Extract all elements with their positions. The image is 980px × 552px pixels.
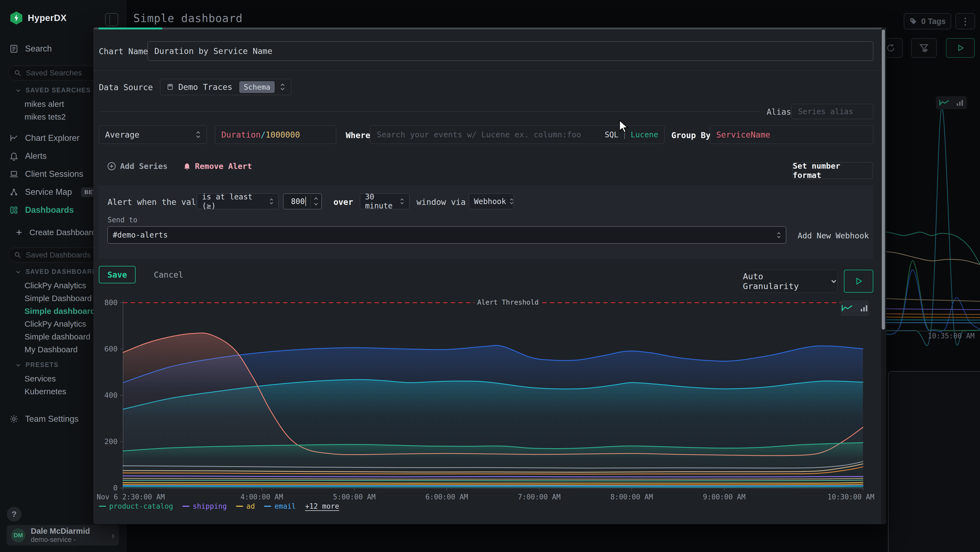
cancel-button[interactable]: Cancel [154,266,183,283]
list-item[interactable]: Simple Dashboard [24,292,95,305]
svg-text:9:00:00 AM: 9:00:00 AM [703,493,746,501]
alias-label: Alias [767,107,791,116]
filter-button[interactable] [911,38,937,58]
group-by-field[interactable]: ServiceName [710,125,873,144]
background-chart-type-toggle[interactable] [936,96,967,109]
list-item[interactable]: ClickPy Analytics [24,279,95,292]
sidebar-item-alerts[interactable]: Alerts [9,148,46,164]
bar-chart-icon [860,304,869,313]
svg-text:200: 200 [104,437,118,446]
sidebar-item-dashboards[interactable]: Dashboards [9,203,74,218]
list-item[interactable]: Simple dashboard [24,305,95,317]
mouse-cursor [619,120,629,134]
add-series-button[interactable]: Add Series [107,161,168,171]
svg-text:10:30:00 AM: 10:30:00 AM [827,493,874,501]
number-spinner[interactable] [310,194,321,209]
chart-name-label: Chart Name [99,46,148,56]
svg-text:Nov 6 2:30:00 AM: Nov 6 2:30:00 AM [97,493,165,501]
chevron-down-icon [15,269,21,275]
chart-name-input[interactable] [154,46,867,56]
play-icon [854,277,863,286]
user-name: Dale McDiarmid [31,527,90,536]
chart-type-toggle[interactable] [841,300,869,316]
alert-condition-select[interactable]: is at least (≥) [197,193,279,209]
where-search-input[interactable] [376,130,600,139]
scrollbar-thumb[interactable] [882,29,885,330]
list-item[interactable]: Kubernetes [24,385,66,398]
progress-bar [93,27,886,29]
tags-button[interactable]: 0 Tags [904,13,951,29]
aggregation-select[interactable]: Average [99,125,207,144]
help-button[interactable]: ? [7,507,22,522]
select-chevrons-icon [509,198,514,205]
list-item[interactable]: Simple dashboard [24,330,95,343]
remove-alert-button[interactable]: Remove Alert [183,161,252,171]
granularity-select[interactable]: Auto Granularity [743,270,838,293]
bell-icon [183,162,191,170]
add-new-webhook-button[interactable]: Add New Webhook [798,231,869,240]
alert-window-select[interactable]: 30 minute [360,193,409,209]
legend-item[interactable]: ad [236,502,255,510]
sql-toggle[interactable]: SQL [605,130,619,139]
saved-dashboards-header[interactable]: SAVED DASHBOARDS [15,268,102,276]
legend-item[interactable]: +12 more [305,502,339,510]
user-card[interactable]: DM Dale McDiarmid demo-service - › [7,525,119,546]
legend-item[interactable]: email [264,502,296,510]
run-chart-button[interactable] [844,270,873,293]
list-item[interactable]: My Dashboard [24,343,95,356]
list-item[interactable]: mikes tets2 [24,110,66,123]
alias-input[interactable] [798,107,867,116]
save-button[interactable]: Save [99,266,135,283]
data-source-label: Data Source [99,83,153,92]
user-subtitle: demo-service - [31,536,90,544]
legend-item[interactable]: product-catalog [99,502,173,510]
chevron-down-icon [830,278,837,285]
search-icon [14,69,22,77]
presets-header[interactable]: PRESETS [15,361,59,369]
data-source-select[interactable]: Demo Traces Schema [160,79,291,95]
brand[interactable]: HyperDX [10,11,67,24]
svg-text:6:00:00 AM: 6:00:00 AM [425,493,468,501]
alert-channel-select[interactable]: Webhook [469,193,514,209]
more-menu-button[interactable]: ⋮ [956,13,975,29]
select-chevrons-icon [196,131,200,139]
modal-scrollbar[interactable] [881,27,886,524]
legend-item[interactable]: shipping [182,502,227,510]
play-icon [956,44,964,52]
line-chart-icon [939,99,950,107]
tag-icon [909,17,917,26]
list-item[interactable]: mikes alert [24,97,66,110]
svg-text:8:00:00 AM: 8:00:00 AM [610,493,653,501]
send-to-select[interactable]: #demo-alerts [108,227,786,244]
list-item[interactable]: ClickPy Analytics [24,317,95,330]
collapse-sidebar-icon[interactable] [105,13,118,26]
alert-threshold-input[interactable]: 800 [283,193,322,209]
search-icon [14,251,22,259]
alias-field[interactable] [791,104,873,119]
sidebar-item-label: Search [25,44,52,54]
refresh-icon [886,43,895,53]
sidebar-item-team-settings[interactable]: Team Settings [9,412,78,427]
sidebar-item-service-map[interactable]: Service Map BETA [9,185,103,200]
legend-dash [264,506,271,507]
svg-text:4:00:00 AM: 4:00:00 AM [240,493,283,501]
chevron-down-icon [15,362,21,368]
sidebar-item-search[interactable]: Search [9,41,52,56]
legend-dash [182,506,189,507]
sidebar-item-client-sessions[interactable]: Client Sessions [9,166,83,182]
bar-chart-icon [956,99,964,107]
list-item[interactable]: Services [24,372,66,385]
set-number-format-button[interactable]: Set number format [792,162,873,179]
line-chart-icon [841,304,853,313]
lucene-toggle[interactable]: Lucene [631,130,658,139]
service-map-icon [9,187,19,197]
expression-field[interactable]: Duration/1000000 [215,125,336,144]
sidebar-item-chart-explorer[interactable]: Chart Explorer [9,131,80,146]
svg-text:5:00:00 AM: 5:00:00 AM [333,493,375,501]
run-query-button-background[interactable] [946,38,975,58]
saved-searches-header[interactable]: SAVED SEARCHES [15,87,91,94]
group-by-label: Group By [671,131,711,140]
create-dashboard-button[interactable]: Create Dashboard [15,225,96,240]
laptop-icon [9,169,19,179]
chart-name-field[interactable] [148,41,873,61]
